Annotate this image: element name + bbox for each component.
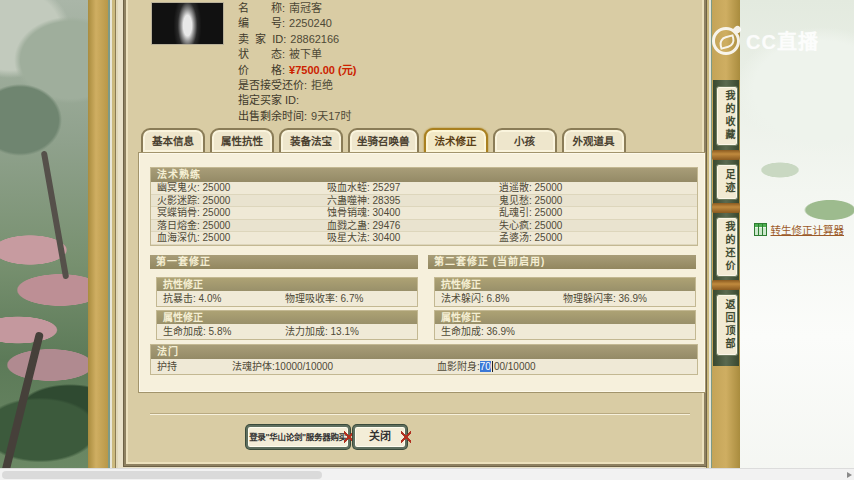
seal-icon <box>401 431 411 443</box>
tab-child[interactable]: 小孩 <box>493 128 557 152</box>
cc-logo-text: CC直播 <box>746 26 819 55</box>
set2-resist-box: 抗性修正 法术躲闪: 6.8% 物理躲闪率: 36.9% <box>434 277 696 307</box>
set2-resist-title: 抗性修正 <box>435 278 695 291</box>
scrollbar-right-arrow-icon[interactable] <box>847 472 852 478</box>
left-border-stripes <box>108 0 118 480</box>
set2-attr-box: 属性修正 生命加成: 36.9% <box>434 310 696 340</box>
set2-resist-row: 法术躲闪: 6.8% 物理躲闪率: 36.9% <box>435 291 695 306</box>
sidebar-item-my-counteroffers[interactable]: 我的还价 <box>716 217 738 277</box>
set1-attr-title: 属性修正 <box>157 311 417 324</box>
price-value: ¥7500.00 (元) <box>289 64 356 76</box>
selected-text: 70 <box>480 361 491 372</box>
set1-attr-row: 生命加成: 5.8% 法力加成: 13.1% <box>157 324 417 339</box>
listing-info: 名 称:南冠客 编 号:2250240 卖 家 ID:28862166 状 态:… <box>238 1 356 124</box>
famen-value-2: 血影附身:7000/10000 <box>437 359 697 374</box>
calculator-icon <box>754 223 767 236</box>
famen-value-1: 法魂护体:10000/10000 <box>232 359 437 374</box>
close-button[interactable]: 关闭 <box>353 425 407 449</box>
famen-row: 护持 法魂护体:10000/10000 血影附身:7000/10000 <box>151 359 697 374</box>
tab-equip-treasure[interactable]: 装备法宝 <box>279 128 343 152</box>
famen-title: 法门 <box>151 345 697 359</box>
sidebar-knot <box>712 203 740 213</box>
sidebar-item-footprints[interactable]: 足迹 <box>716 164 738 200</box>
tab-attr-resist[interactable]: 属性抗性 <box>210 128 274 152</box>
field-accept-counteroffer: 是否接受还价:拒绝 <box>238 78 356 93</box>
set1-title: 第一套修正 <box>150 255 418 269</box>
famen-row-label: 护持 <box>157 359 232 374</box>
field-number: 编 号:2250240 <box>238 16 356 31</box>
spell-row: 火影迷踪: 25000 六蛊噬神: 28395 鬼见愁: 25000 <box>151 195 697 208</box>
left-gold-border <box>88 0 108 480</box>
spell-proficiency-box: 法术熟练 幽冥鬼火: 25000 吸血水蛭: 25297 逍遥散: 25000 … <box>150 167 698 246</box>
horizontal-scrollbar[interactable] <box>0 468 854 480</box>
field-status: 状 态:被下单 <box>238 47 356 62</box>
trade-page: 名 称:南冠客 编 号:2250240 卖 家 ID:28862166 状 态:… <box>0 0 854 480</box>
spell-proficiency-title: 法术熟练 <box>151 168 697 182</box>
spell-row: 冥蝶销骨: 25000 蚀骨销魂: 30400 乱魂引: 25000 <box>151 207 697 220</box>
set1-resist-box: 抗性修正 抗暴击: 4.0% 物理吸收率: 6.7% <box>156 277 418 307</box>
sidebar-item-favorites[interactable]: 我的收藏 <box>716 86 738 146</box>
tree-trunk <box>41 150 69 279</box>
spell-row: 落日熔金: 25000 血戮之蛊: 29476 失心疯: 25000 <box>151 220 697 233</box>
field-seller-id: 卖 家 ID:28862166 <box>238 32 356 47</box>
spell-row: 血海深仇: 25000 吸星大法: 30400 孟婆汤: 25000 <box>151 232 697 245</box>
set1-attr-box: 属性修正 生命加成: 5.8% 法力加成: 13.1% <box>156 310 418 340</box>
set2-attr-title: 属性修正 <box>435 311 695 324</box>
set2-title: 第二套修正 (当前启用) <box>428 255 696 269</box>
spell-proficiency-rows: 幽冥鬼火: 25000 吸血水蛭: 25297 逍遥散: 25000 火影迷踪:… <box>151 182 697 245</box>
tree-trunk <box>0 331 44 478</box>
character-portrait <box>151 2 224 45</box>
calculator-link-label: 转生修正计算器 <box>771 222 845 237</box>
field-time-remaining: 出售剩余时间:9天17时 <box>238 109 356 124</box>
field-designated-buyer: 指定买家 ID: <box>238 93 356 108</box>
sidebar-knot <box>712 280 740 290</box>
login-server-buy-button[interactable]: 登录"华山论剑"服务器购买 <box>246 425 350 449</box>
scrollbar-thumb[interactable] <box>2 471 322 479</box>
field-price: 价 格:¥7500.00 (元) <box>238 63 356 78</box>
set1-resist-row: 抗暴击: 4.0% 物理吸收率: 6.7% <box>157 291 417 306</box>
sidebar-item-back-to-top[interactable]: 返回顶部 <box>716 294 738 356</box>
tab-basic-info[interactable]: 基本信息 <box>141 128 205 152</box>
tab-spell-correction[interactable]: 法术修正 <box>424 128 488 152</box>
section-divider <box>150 413 690 415</box>
field-name: 名 称:南冠客 <box>238 1 356 16</box>
detail-tab-strip: 基本信息 属性抗性 装备法宝 坐骑召唤兽 法术修正 小孩 外观道具 <box>141 128 626 152</box>
tab-appearance-items[interactable]: 外观道具 <box>562 128 626 152</box>
set2-attr-row: 生命加成: 36.9% <box>435 324 695 339</box>
tab-mount-pet[interactable]: 坐骑召唤兽 <box>348 128 419 152</box>
set1-resist-title: 抗性修正 <box>157 278 417 291</box>
cc-fox-icon <box>712 27 740 55</box>
cc-live-logo: CC直播 <box>712 26 819 55</box>
soft-background <box>740 0 854 480</box>
landscape-painting <box>0 0 88 480</box>
spell-row: 幽冥鬼火: 25000 吸血水蛭: 25297 逍遥散: 25000 <box>151 182 697 195</box>
famen-box: 法门 护持 法魂护体:10000/10000 血影附身:7000/10000 <box>150 344 698 375</box>
sidebar-knot <box>712 150 740 160</box>
reincarnation-calculator-link[interactable]: 转生修正计算器 <box>754 222 845 237</box>
text-cursor <box>492 361 493 372</box>
